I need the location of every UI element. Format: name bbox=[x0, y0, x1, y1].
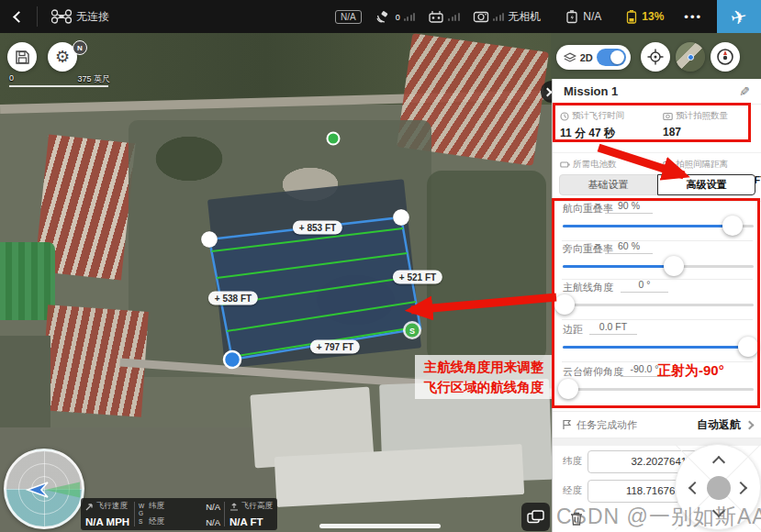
stat-label: 拍照间隔距离 bbox=[676, 159, 728, 171]
gps-mode-badge[interactable]: N/A bbox=[335, 10, 362, 24]
top-status-bar: 无连接 N/A 0 无相机 N/A 13% ••• ✈ bbox=[0, 0, 761, 33]
attitude-compass bbox=[4, 449, 84, 529]
remote-controller-icon bbox=[428, 10, 444, 23]
gimbal-annotation-text: 正射为-90° bbox=[657, 362, 724, 380]
satellite-count: 0 bbox=[396, 13, 400, 22]
speed-section: 飞行速度 N/A MPH bbox=[81, 498, 134, 530]
latitude-label: 纬度 bbox=[553, 455, 588, 468]
home-indicator[interactable] bbox=[319, 524, 441, 528]
edge-distance-label: + 853 FT bbox=[293, 221, 342, 235]
svg-text:S: S bbox=[409, 327, 415, 336]
mission-title: Mission 1 bbox=[564, 84, 618, 98]
nudge-left-button[interactable] bbox=[688, 482, 701, 494]
altitude-section: 飞行高度 N/A FT bbox=[225, 498, 277, 530]
minimap-button[interactable] bbox=[676, 42, 705, 72]
takeoff-button[interactable]: ✈ bbox=[717, 0, 761, 33]
dpad-center-button[interactable] bbox=[707, 476, 731, 500]
app-root: S + 853 FT + 521 FT + 538 FT + 797 FT 0 … bbox=[0, 0, 761, 532]
chevron-right-icon bbox=[745, 420, 755, 429]
satellite-status[interactable]: 0 bbox=[375, 10, 416, 24]
view-switch-button[interactable] bbox=[521, 503, 550, 531]
save-icon bbox=[15, 50, 30, 65]
watermark: CSDN @一别如斯AA bbox=[556, 503, 761, 531]
aircraft-battery-status[interactable]: N/A bbox=[565, 10, 601, 24]
edit-mission-name-button[interactable]: ✎ bbox=[739, 84, 750, 99]
latitude-value: N/A bbox=[206, 502, 220, 512]
longitude-value: N/A bbox=[206, 517, 220, 527]
airplane-icon: ✈ bbox=[729, 6, 749, 28]
nudge-up-button[interactable] bbox=[712, 456, 725, 469]
tab-basic-settings[interactable]: 基础设置 bbox=[559, 174, 657, 195]
compass-orientation-button[interactable] bbox=[711, 42, 740, 72]
more-menu-button[interactable]: ••• bbox=[684, 10, 702, 24]
chevron-right-icon bbox=[543, 87, 552, 96]
scale-max-label: 375 英尺 bbox=[77, 73, 110, 85]
speed-label: 飞行速度 bbox=[96, 501, 128, 512]
device-battery-icon bbox=[625, 10, 638, 24]
flight-area-overlay[interactable]: S bbox=[0, 33, 551, 532]
route-start-marker: S bbox=[403, 321, 421, 339]
device-battery-status[interactable]: 13% bbox=[625, 10, 664, 24]
telemetry-bar: 飞行速度 N/A MPH WGS 纬度N/A 经度N/A 飞行高度 N/A FT bbox=[81, 498, 277, 530]
north-indicator: N bbox=[73, 40, 87, 55]
signal-bars-icon bbox=[493, 12, 505, 21]
stat-label: 所需电池数 bbox=[573, 159, 617, 171]
camera-status[interactable]: 无相机 bbox=[473, 9, 542, 25]
route-angle-annotation: 主航线角度用来调整 飞行区域的航线角度 bbox=[415, 355, 553, 399]
settings-tabs: 基础设置 高级设置 bbox=[559, 174, 755, 195]
layers-icon bbox=[564, 52, 576, 63]
camera-icon bbox=[473, 10, 489, 23]
gear-icon: ⚙ bbox=[55, 49, 70, 65]
finish-action-row[interactable]: 任务完成动作 自动返航 bbox=[553, 411, 761, 438]
device-battery-value: 13% bbox=[642, 10, 664, 23]
remote-controller-status[interactable] bbox=[428, 10, 460, 23]
compass-needle-icon bbox=[716, 48, 734, 66]
locate-button[interactable] bbox=[641, 42, 670, 72]
interval-distance-icon bbox=[663, 161, 673, 169]
scale-min-label: 0 bbox=[9, 73, 14, 83]
section-divider bbox=[553, 438, 761, 446]
satellite-icon bbox=[375, 10, 390, 24]
aircraft-heading-arrow bbox=[23, 480, 50, 500]
altitude-icon bbox=[229, 503, 239, 511]
camera-status-label: 无相机 bbox=[508, 9, 541, 25]
map-mode-switch[interactable] bbox=[597, 49, 626, 66]
battery-icon bbox=[560, 161, 570, 169]
speed-icon bbox=[85, 503, 94, 511]
picture-in-picture-icon bbox=[527, 510, 544, 524]
annotation-box-sliders bbox=[552, 198, 760, 408]
finish-action-label: 任务完成动作 bbox=[576, 418, 637, 432]
scale-line bbox=[9, 85, 108, 87]
back-button[interactable] bbox=[0, 0, 37, 33]
altitude-value: N/A FT bbox=[229, 516, 273, 527]
signal-bars-icon bbox=[404, 12, 416, 21]
annotation-line: 飞行区域的航线角度 bbox=[415, 377, 553, 397]
edge-distance-label: + 521 FT bbox=[393, 271, 442, 284]
finish-action-value: 自动返航 bbox=[697, 417, 741, 433]
connection-status-label: 无连接 bbox=[76, 9, 109, 25]
finish-flag-icon bbox=[562, 419, 572, 430]
panel-header: Mission 1 ✎ bbox=[553, 79, 761, 105]
minimap-location-dot bbox=[688, 54, 694, 61]
edge-distance-label: + 538 FT bbox=[208, 292, 258, 305]
toggle-knob bbox=[610, 50, 624, 64]
aircraft-battery-icon bbox=[565, 10, 579, 24]
longitude-label: 经度 bbox=[553, 484, 588, 497]
aircraft-connection-status[interactable]: 无连接 bbox=[50, 9, 109, 25]
save-mission-button[interactable] bbox=[7, 42, 37, 72]
map-mode-toggle-pill[interactable]: 2D bbox=[556, 45, 631, 70]
annotation-line: 主航线角度用来调整 bbox=[415, 357, 553, 377]
longitude-label: 经度 bbox=[149, 516, 164, 527]
signal-bars-icon bbox=[448, 12, 460, 21]
speed-value: N/A MPH bbox=[85, 516, 129, 527]
polygon-vertex-handle[interactable] bbox=[393, 209, 409, 226]
tab-advanced-settings[interactable]: 高级设置 bbox=[657, 174, 755, 195]
polygon-vertex-handle-selected[interactable] bbox=[224, 351, 241, 368]
coordinates-section: WGS 纬度N/A 经度N/A bbox=[135, 498, 224, 530]
nudge-right-button[interactable] bbox=[734, 482, 747, 494]
annotation-box-stats bbox=[553, 103, 751, 142]
altitude-label: 飞行高度 bbox=[241, 501, 273, 512]
polygon-vertex-handle[interactable] bbox=[201, 231, 218, 248]
divider bbox=[37, 6, 38, 27]
waypoint-marker[interactable] bbox=[328, 133, 340, 145]
